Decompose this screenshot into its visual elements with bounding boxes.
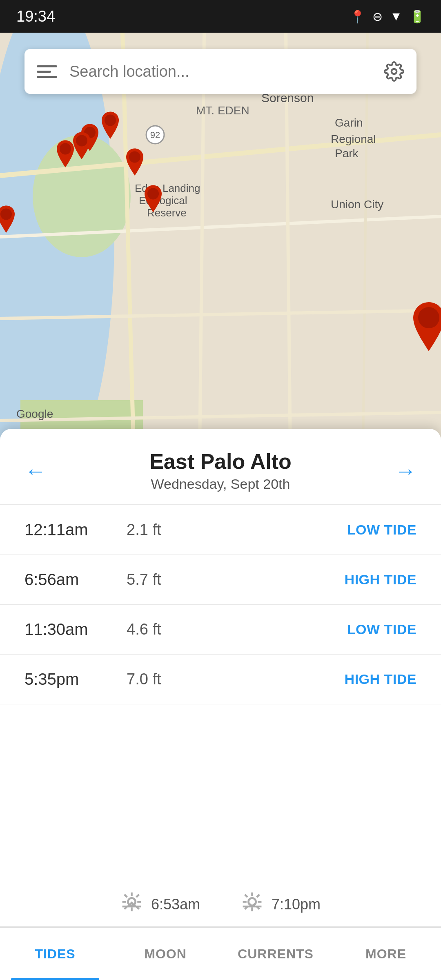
- next-day-button[interactable]: →: [390, 456, 421, 486]
- svg-point-53: [76, 135, 87, 147]
- tide-height-3: 4.6 ft: [127, 621, 318, 638]
- search-input[interactable]: [69, 63, 384, 80]
- tide-entry-3: 11:30am 4.6 ft LOW TIDE: [0, 605, 441, 655]
- dnd-icon: ⊖: [372, 9, 383, 24]
- sunset-item: 7:10pm: [241, 891, 321, 918]
- google-watermark: Google: [16, 408, 53, 421]
- tide-height-1: 2.1 ft: [127, 521, 318, 539]
- tide-height-4: 7.0 ft: [127, 670, 318, 688]
- prev-day-button[interactable]: ←: [20, 456, 51, 486]
- location-date: Wednesday, Sept 20th: [51, 476, 390, 492]
- tab-tides[interactable]: TIDES: [0, 928, 110, 980]
- sunset-icon: [241, 891, 263, 918]
- tide-time-2: 6:56am: [24, 570, 114, 589]
- tide-label-1: LOW TIDE: [318, 522, 416, 538]
- sunset-time: 7:10pm: [272, 896, 321, 913]
- svg-text:Eden Landing: Eden Landing: [135, 182, 200, 194]
- panel-header: ← East Palo Alto Wednesday, Sept 20th →: [0, 429, 441, 505]
- menu-button[interactable]: [37, 61, 57, 82]
- search-bar: [24, 49, 416, 94]
- tab-moon[interactable]: MOON: [110, 928, 220, 980]
- battery-icon: 🔋: [410, 9, 425, 24]
- svg-text:92: 92: [150, 130, 160, 140]
- svg-point-55: [60, 143, 71, 155]
- svg-point-59: [392, 69, 397, 74]
- svg-line-73: [245, 895, 247, 897]
- svg-text:MT. EDEN: MT. EDEN: [196, 104, 249, 117]
- svg-line-63: [125, 895, 127, 897]
- tide-label-2: HIGH TIDE: [318, 572, 416, 588]
- tide-time-4: 5:35pm: [24, 670, 114, 688]
- status-bar: 19:34 📍 ⊖ ▼ 🔋: [0, 0, 441, 33]
- tide-entry-1: 12:11am 2.1 ft LOW TIDE: [0, 505, 441, 555]
- tab-bar: TIDES MOON CURRENTS MORE: [0, 927, 441, 980]
- tide-list: 12:11am 2.1 ft LOW TIDE 6:56am 5.7 ft HI…: [0, 505, 441, 878]
- tide-height-2: 5.7 ft: [127, 571, 318, 588]
- svg-point-56: [147, 188, 159, 200]
- settings-button[interactable]: [384, 61, 404, 82]
- location-icon: 📍: [350, 9, 365, 24]
- svg-point-51: [105, 115, 116, 126]
- svg-line-68: [136, 895, 139, 897]
- tide-entry-2: 6:56am 5.7 ft HIGH TIDE: [0, 555, 441, 605]
- sunrise-time: 6:53am: [151, 896, 200, 913]
- svg-text:Union City: Union City: [331, 198, 383, 211]
- svg-point-57: [0, 209, 12, 220]
- tide-entry-4: 5:35pm 7.0 ft HIGH TIDE: [0, 655, 441, 704]
- tab-currents-label: CURRENTS: [238, 947, 314, 962]
- sunrise-item: 6:53am: [120, 891, 200, 918]
- status-icons: 📍 ⊖ ▼ 🔋: [350, 9, 425, 24]
- sunrise-icon: [120, 891, 143, 918]
- location-name: East Palo Alto: [51, 449, 390, 474]
- status-time: 19:34: [16, 8, 55, 25]
- tab-tides-label: TIDES: [35, 947, 75, 962]
- tide-time-1: 12:11am: [24, 521, 114, 539]
- svg-text:Regional: Regional: [331, 133, 376, 145]
- tide-label-4: HIGH TIDE: [318, 671, 416, 687]
- tide-time-3: 11:30am: [24, 620, 114, 639]
- wifi-icon: ▼: [390, 9, 402, 23]
- svg-text:Park: Park: [335, 147, 359, 160]
- tab-currents[interactable]: CURRENTS: [220, 928, 331, 980]
- sun-times-row: 6:53am 7:10pm: [0, 878, 441, 927]
- tab-more-label: MORE: [365, 947, 406, 962]
- svg-point-54: [129, 151, 140, 163]
- location-info: East Palo Alto Wednesday, Sept 20th: [51, 449, 390, 492]
- svg-text:Garin: Garin: [335, 116, 363, 129]
- tide-label-3: LOW TIDE: [318, 621, 416, 637]
- svg-point-58: [418, 307, 439, 328]
- bottom-panel: ← East Palo Alto Wednesday, Sept 20th → …: [0, 429, 441, 980]
- tab-moon-label: MOON: [144, 947, 187, 962]
- tab-more[interactable]: MORE: [331, 928, 441, 980]
- svg-line-78: [257, 895, 259, 897]
